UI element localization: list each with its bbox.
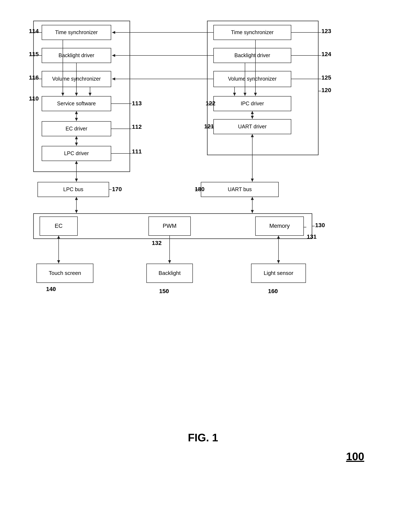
label-115: 115 xyxy=(29,51,39,57)
memory-label: Memory xyxy=(269,223,290,229)
label-160: 160 xyxy=(268,288,278,294)
volume-sync-right-label: Volume synchronizer xyxy=(228,76,276,82)
page: 110 Time synchronizer 114 Backlight driv… xyxy=(0,0,406,532)
pwm-label: PWM xyxy=(163,223,176,229)
ec-driver-label: EC driver xyxy=(65,126,87,131)
time-sync-left-label: Time synchronizer xyxy=(55,29,98,35)
label-132: 132 xyxy=(152,240,162,246)
ipc-driver-label: IPC driver xyxy=(241,101,264,106)
svg-marker-64 xyxy=(75,210,78,213)
backlight-label: Backlight xyxy=(159,270,181,276)
svg-marker-79 xyxy=(251,210,254,213)
figure-number: 100 xyxy=(346,450,364,462)
label-114: 114 xyxy=(29,28,39,34)
lpc-bus-label: LPC bus xyxy=(63,186,83,192)
ec-label: EC xyxy=(55,223,63,229)
label-112: 112 xyxy=(132,123,142,130)
label-111: 111 xyxy=(132,148,142,155)
fig-label: FIG. 1 xyxy=(188,431,218,444)
label-125: 125 xyxy=(321,74,331,81)
backlight-driver-right-label: Backlight driver xyxy=(234,52,270,58)
label-150: 150 xyxy=(159,288,169,294)
label-170: 170 xyxy=(112,186,122,192)
time-sync-right-label: Time synchronizer xyxy=(231,29,274,35)
diagram-svg: 110 Time synchronizer 114 Backlight driv… xyxy=(25,13,381,410)
label-180: 180 xyxy=(195,186,204,192)
uart-bus-label: UART bus xyxy=(228,186,252,192)
svg-marker-85 xyxy=(168,260,171,263)
figure-caption: FIG. 1 xyxy=(188,423,218,444)
label-110: 110 xyxy=(29,95,39,102)
diagram-area: 110 Time synchronizer 114 Backlight driv… xyxy=(25,13,381,410)
label-131: 131 xyxy=(307,233,317,240)
label-120: 120 xyxy=(321,87,331,93)
uart-driver-label: UART driver xyxy=(238,123,267,129)
label-121: 121 xyxy=(204,123,214,129)
service-software-label: Service software xyxy=(57,101,96,106)
label-122: 122 xyxy=(206,100,216,107)
svg-marker-61 xyxy=(75,179,78,182)
light-sensor-label: Light sensor xyxy=(264,270,293,276)
label-116: 116 xyxy=(29,74,39,81)
svg-marker-65 xyxy=(75,197,78,200)
label-124: 124 xyxy=(321,51,331,57)
touch-screen-label: Touch screen xyxy=(49,270,81,276)
svg-marker-80 xyxy=(251,197,254,200)
label-130: 130 xyxy=(315,222,325,228)
label-140: 140 xyxy=(46,286,56,292)
svg-marker-82 xyxy=(57,260,60,263)
lpc-driver-label: LPC driver xyxy=(64,150,88,156)
label-113: 113 xyxy=(132,100,142,107)
label-123: 123 xyxy=(321,28,331,34)
svg-marker-76 xyxy=(251,179,254,182)
svg-marker-87 xyxy=(277,260,280,263)
backlight-driver-left-label: Backlight driver xyxy=(58,52,94,58)
svg-rect-14 xyxy=(207,21,318,155)
